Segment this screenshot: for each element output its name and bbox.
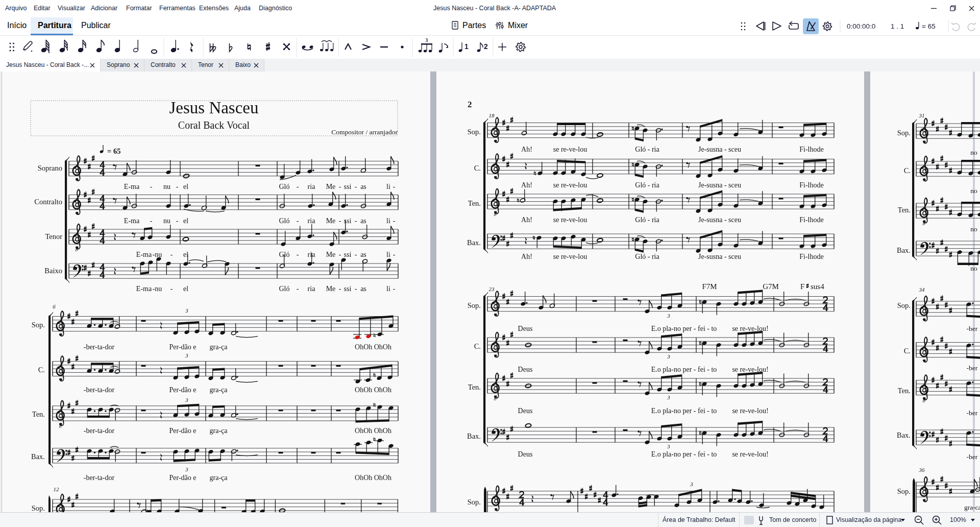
svg-text:-: - bbox=[339, 183, 341, 190]
svg-text:Me: Me bbox=[326, 183, 336, 190]
svg-text:-ber-ta-dor: -ber-ta-dor bbox=[84, 343, 115, 351]
svg-text:1 . 1: 1 . 1 bbox=[891, 22, 904, 30]
svg-text:F: F bbox=[800, 282, 804, 291]
svg-text:E.o pla-no per - fei - to: E.o pla-no per - fei - to bbox=[651, 450, 717, 458]
svg-text:E-ma: E-ma bbox=[136, 251, 152, 258]
svg-text:-ber -: -ber - bbox=[967, 453, 980, 461]
svg-text:Sop.: Sop. bbox=[468, 128, 481, 136]
svg-text:-: - bbox=[393, 183, 396, 190]
svg-text:ssi: ssi bbox=[344, 217, 352, 225]
svg-text:12: 12 bbox=[54, 486, 60, 492]
svg-text:3: 3 bbox=[667, 443, 670, 449]
svg-text:Tenor: Tenor bbox=[45, 232, 62, 241]
svg-text:34: 34 bbox=[919, 286, 925, 293]
svg-text:nu: nu bbox=[163, 217, 170, 225]
svg-text:Gló: Gló bbox=[279, 183, 290, 190]
svg-text:Per-dão e: Per-dão e bbox=[169, 427, 197, 435]
svg-text:C.: C. bbox=[38, 366, 45, 374]
svg-text:gra-ça: gra-ça bbox=[210, 474, 228, 482]
svg-text:Me: Me bbox=[326, 251, 336, 258]
svg-text:8: 8 bbox=[494, 396, 497, 401]
svg-text:3: 3 bbox=[185, 307, 188, 314]
svg-text:Ten.: Ten. bbox=[898, 387, 911, 395]
svg-text:1: 1 bbox=[464, 42, 469, 51]
svg-text:-ber -: -ber - bbox=[967, 325, 980, 332]
svg-text:Bax.: Bax. bbox=[897, 246, 911, 254]
svg-text:gra-ça: gra-ça bbox=[210, 427, 228, 435]
svg-text:Deus: Deus bbox=[518, 366, 533, 373]
svg-text:gra-ça: gra-ça bbox=[210, 343, 228, 351]
svg-text:se re-ve-lou: se re-ve-lou bbox=[553, 146, 587, 153]
svg-text:Coral Back Vocal: Coral Back Vocal bbox=[178, 119, 250, 131]
svg-text:Je-susna - sceu: Je-susna - sceu bbox=[698, 216, 741, 224]
svg-text:0:00:00:0: 0:00:00:0 bbox=[847, 22, 875, 30]
svg-text:23: 23 bbox=[489, 286, 495, 292]
svg-text:C.: C. bbox=[474, 342, 481, 350]
svg-text:3: 3 bbox=[426, 37, 428, 43]
svg-text:se re-ve-lou: se re-ve-lou bbox=[553, 216, 587, 224]
svg-text:Per-dão e: Per-dão e bbox=[169, 386, 197, 394]
svg-text:-: - bbox=[355, 183, 357, 190]
svg-text:31: 31 bbox=[919, 112, 925, 118]
svg-text:Deus: Deus bbox=[518, 407, 533, 415]
svg-text:-ber-ta-dor: -ber-ta-dor bbox=[84, 427, 115, 435]
svg-text:-: - bbox=[150, 217, 153, 225]
svg-text:Fi-lhode: Fi-lhode bbox=[799, 146, 823, 153]
svg-text:Gló - ria: Gló - ria bbox=[635, 216, 659, 224]
svg-text:Deus: Deus bbox=[518, 450, 533, 458]
svg-text:Gló - ria: Gló - ria bbox=[635, 181, 659, 189]
svg-text:-ber-ta-dor: -ber-ta-dor bbox=[84, 474, 115, 482]
svg-text:Gló: Gló bbox=[279, 251, 290, 258]
svg-text:Ten.: Ten. bbox=[468, 199, 481, 207]
svg-text:Sop.: Sop. bbox=[32, 321, 45, 329]
svg-text:Sop.: Sop. bbox=[897, 129, 911, 137]
svg-text:-: - bbox=[339, 285, 341, 293]
svg-text:-ber -: -ber - bbox=[967, 409, 980, 417]
svg-text:ria: ria bbox=[308, 285, 316, 293]
svg-text:OhOh OhOh: OhOh OhOh bbox=[355, 474, 391, 482]
svg-text:Ten.: Ten. bbox=[468, 383, 481, 391]
svg-text:se re-ve-lou!: se re-ve-lou! bbox=[732, 366, 768, 373]
svg-text:3: 3 bbox=[185, 397, 188, 403]
svg-text:G7M: G7M bbox=[763, 282, 779, 291]
svg-text:-: - bbox=[170, 285, 173, 293]
svg-text:E-ma: E-ma bbox=[124, 217, 140, 225]
svg-text:8: 8 bbox=[76, 247, 78, 252]
svg-text:C.: C. bbox=[904, 347, 911, 355]
svg-text:Bax.: Bax. bbox=[897, 431, 911, 439]
svg-text:li: li bbox=[386, 285, 390, 293]
svg-text:36: 36 bbox=[919, 467, 925, 473]
svg-text:Me: Me bbox=[326, 285, 336, 293]
svg-text:no: no bbox=[970, 265, 977, 272]
svg-text:3: 3 bbox=[667, 313, 670, 319]
svg-text:-nu: -nu bbox=[153, 251, 162, 258]
svg-text:3: 3 bbox=[185, 466, 188, 472]
svg-text:el: el bbox=[183, 183, 188, 190]
svg-text:18: 18 bbox=[489, 112, 495, 118]
svg-text:li: li bbox=[386, 217, 390, 225]
svg-text:C.: C. bbox=[904, 166, 911, 175]
svg-text:3: 3 bbox=[690, 481, 693, 487]
svg-text:6: 6 bbox=[53, 303, 56, 309]
svg-text:8: 8 bbox=[59, 423, 62, 429]
svg-text:2: 2 bbox=[484, 42, 488, 51]
svg-text:Sop.: Sop. bbox=[32, 504, 45, 512]
svg-text:8: 8 bbox=[923, 221, 925, 226]
svg-text:se re-ve-lou: se re-ve-lou bbox=[553, 181, 587, 189]
svg-text:Ah!: Ah! bbox=[521, 146, 532, 153]
svg-text:E.o pla-no per - fei - to: E.o pla-no per - fei - to bbox=[651, 366, 717, 373]
svg-text:F7M: F7M bbox=[702, 282, 717, 291]
svg-text:-: - bbox=[393, 285, 396, 293]
svg-text:Ten.: Ten. bbox=[32, 410, 45, 418]
svg-text:li: li bbox=[386, 251, 390, 258]
svg-text:2: 2 bbox=[468, 100, 472, 109]
svg-text:as: as bbox=[360, 217, 366, 225]
svg-text:Je-susna - sceu: Je-susna - sceu bbox=[698, 146, 741, 153]
svg-text:Bax.: Bax. bbox=[31, 452, 45, 461]
svg-text:se re-ve-lou!: se re-ve-lou! bbox=[732, 325, 768, 332]
svg-text:3: 3 bbox=[667, 394, 670, 400]
svg-text:Ten.: Ten. bbox=[898, 206, 911, 214]
svg-text:Compositor / arranjador: Compositor / arranjador bbox=[331, 128, 398, 136]
svg-text:as: as bbox=[360, 183, 366, 190]
svg-text:el: el bbox=[183, 217, 188, 225]
